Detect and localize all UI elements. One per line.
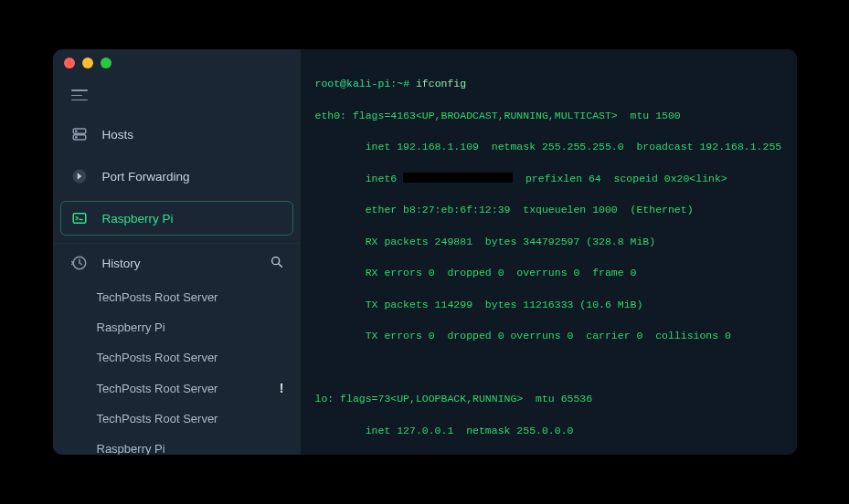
- sidebar: Hosts Port Forwarding Raspberry Pi: [53, 49, 301, 455]
- history-item-label: TechPosts Root Server: [97, 290, 218, 304]
- sidebar-item-label: Hosts: [102, 128, 134, 142]
- terminal-output: eth0: flags=4163<UP,BROADCAST,RUNNING,MU…: [315, 108, 782, 123]
- svg-point-2: [75, 131, 76, 131]
- forward-icon: [69, 166, 90, 186]
- history-icon: [69, 253, 90, 273]
- history-item[interactable]: TechPosts Root Server: [53, 282, 301, 312]
- svg-rect-5: [73, 214, 86, 224]
- history-list: TechPosts Root Server Raspberry Pi TechP…: [53, 282, 301, 455]
- app-window: Hosts Port Forwarding Raspberry Pi: [53, 49, 797, 455]
- history-item[interactable]: TechPosts Root Server: [53, 342, 301, 373]
- terminal-output: inet 127.0.0.1 netmask 255.0.0.0: [315, 423, 782, 438]
- history-item-label: TechPosts Root Server: [97, 351, 218, 364]
- titlebar: [53, 49, 301, 77]
- history-item-label: TechPosts Root Server: [97, 412, 218, 425]
- redacted-block: [403, 173, 513, 183]
- prompt-user: root@kali-pi: [315, 78, 391, 89]
- close-window-button[interactable]: [64, 58, 75, 68]
- terminal-blank: [315, 360, 782, 375]
- server-icon: [69, 124, 90, 144]
- terminal-output: RX errors 0 dropped 0 overruns 0 frame 0: [315, 265, 782, 280]
- maximize-window-button[interactable]: [101, 58, 111, 68]
- history-section-header: History: [53, 243, 301, 282]
- terminal-icon: [69, 208, 90, 228]
- svg-point-8: [271, 257, 279, 265]
- terminal-output: ether b8:27:eb:6f:12:39 txqueuelen 1000 …: [315, 202, 782, 217]
- sidebar-item-hosts[interactable]: Hosts: [53, 113, 301, 155]
- warning-icon: !: [280, 381, 284, 395]
- search-icon[interactable]: [270, 255, 284, 272]
- terminal-output: TX packets 114299 bytes 11216333 (10.6 M…: [315, 297, 782, 312]
- terminal-output: TX errors 0 dropped 0 overruns 0 carrier…: [315, 328, 782, 343]
- terminal-command: ifconfig: [416, 78, 466, 89]
- history-item-label: TechPosts Root Server: [97, 382, 218, 395]
- prompt-symbol: #: [403, 78, 409, 89]
- sidebar-item-label: Port Forwarding: [102, 170, 190, 184]
- history-item-label: Raspberry Pi: [97, 320, 165, 334]
- history-item[interactable]: TechPosts Root Server: [53, 404, 301, 434]
- terminal-output: inet6 prefixlen 64 scopeid 0x20<link>: [315, 171, 782, 186]
- hamburger-icon: [71, 89, 88, 100]
- minimize-window-button[interactable]: [82, 58, 93, 68]
- history-item[interactable]: TechPosts Root Server !: [53, 373, 301, 404]
- sidebar-item-port-forwarding[interactable]: Port Forwarding: [53, 155, 301, 197]
- sidebar-item-label: Raspberry Pi: [102, 212, 174, 226]
- menu-button[interactable]: [53, 77, 301, 113]
- terminal-pane[interactable]: root@kali-pi:~# ifconfig eth0: flags=416…: [301, 49, 797, 455]
- terminal-prompt: root@kali-pi:~# ifconfig: [315, 76, 782, 91]
- history-item-label: Raspberry Pi: [97, 442, 165, 455]
- sidebar-item-raspberry-pi[interactable]: Raspberry Pi: [53, 197, 301, 239]
- terminal-output: lo: flags=73<UP,LOOPBACK,RUNNING> mtu 65…: [315, 391, 782, 406]
- svg-line-9: [279, 264, 281, 267]
- terminal-output: inet 192.168.1.109 netmask 255.255.255.0…: [315, 139, 782, 154]
- svg-point-3: [75, 137, 76, 138]
- history-label: History: [102, 257, 141, 270]
- history-item[interactable]: Raspberry Pi: [53, 312, 301, 342]
- terminal-output: RX packets 249881 bytes 344792597 (328.8…: [315, 234, 782, 249]
- terminal-output: inet6 ::1 prefixlen 128 scopeid 0x10<hos…: [315, 454, 782, 455]
- history-item[interactable]: Raspberry Pi: [53, 434, 301, 455]
